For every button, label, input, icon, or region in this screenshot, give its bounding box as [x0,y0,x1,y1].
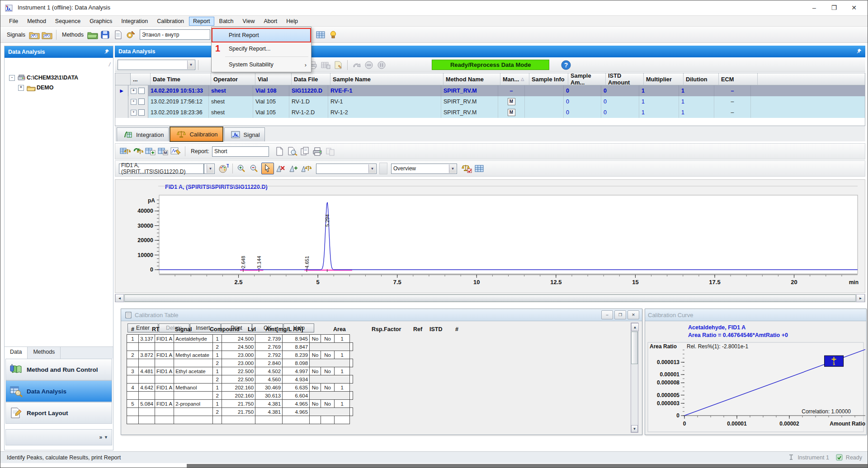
method-combo[interactable]: Этанол - внутр [140,29,210,40]
cal-cell[interactable]: 5 [127,400,139,408]
scroll-up-button[interactable]: ▲ [631,323,639,331]
column-header-vial[interactable]: Vial [255,73,292,85]
cal-cell[interactable]: 4.481 [139,367,155,375]
cal-cell[interactable]: Ethyl acetate [174,367,213,375]
cal-cell[interactable] [155,392,174,400]
cal-cell[interactable]: 4.381 [255,408,283,416]
column-header-sample-info[interactable]: Sample Info [529,73,568,85]
cal-cell[interactable]: 1 [213,384,222,392]
cal-cell[interactable]: 22.500 [222,375,255,384]
cal-cell[interactable] [127,343,139,351]
cal-cell[interactable]: 2.840 [255,359,283,367]
save-method-icon[interactable] [99,29,111,40]
cal-cell[interactable]: Methanol [174,384,213,392]
recalibrate-icon[interactable] [132,146,144,157]
cal-cell[interactable] [127,416,139,424]
cal-cell[interactable]: 2 [213,408,222,416]
cal-cell[interactable]: 2 [213,359,222,367]
cal-cell[interactable]: 8.239 [283,351,310,359]
stop-icon[interactable] [363,60,375,70]
cal-cell[interactable]: No [321,351,335,359]
zoom-out-icon[interactable] [249,163,260,174]
cal-cell[interactable] [350,359,353,367]
cal-cell[interactable] [310,375,350,384]
cal-cell[interactable]: 4.965 [283,408,310,416]
cal-cell[interactable] [155,359,174,367]
cal-cell[interactable]: Methyl acetate [174,351,213,359]
pause-icon[interactable] [376,60,388,70]
cal-cell[interactable] [310,408,350,416]
cal-cell[interactable] [139,392,155,400]
cal-cell[interactable]: 2-propanol [174,400,213,408]
cal-cell[interactable] [127,359,139,367]
cal-cell[interactable]: 3 [127,367,139,375]
cal-cell[interactable]: 8.847 [283,343,310,351]
cal-cell[interactable]: 4.502 [255,367,283,375]
manual-cal-icon[interactable]: M [157,146,169,157]
edit-method-icon[interactable] [125,29,137,40]
cal-cell[interactable]: 2 [127,351,139,359]
cal-cell[interactable]: 1 [335,335,350,343]
column-header-multiplier[interactable]: Multiplier [644,73,684,85]
sequence-row[interactable]: +13.02.2019 18:23:36shestVial 105RV-1-2.… [115,107,865,118]
column-header-istd-amount[interactable]: ISTD Amount [606,73,644,85]
cal-cell[interactable]: 2.792 [255,351,283,359]
menu-method[interactable]: Method [23,17,50,26]
cal-cell[interactable]: 1 [213,335,222,343]
new-cal-table-icon[interactable] [145,146,156,157]
cal-cell[interactable]: FID1 A [155,351,174,359]
cal-cell[interactable]: 6.604 [283,392,310,400]
cal-cell[interactable]: No [321,367,335,375]
menu-sequence[interactable]: Sequence [51,17,85,26]
cal-cell[interactable]: 23.000 [222,351,255,359]
cal-cell[interactable]: No [321,384,335,392]
column-header-operator[interactable]: Operator [211,73,255,85]
new-report-icon[interactable] [274,146,286,157]
signal-combo-arrow[interactable]: ▼ [204,164,215,174]
cal-cell[interactable] [174,343,213,351]
menu-item-system-suitability[interactable]: System Suitability› [212,58,311,71]
cal-cell[interactable] [350,392,353,400]
cal-cell[interactable] [174,416,213,424]
panel-tab-data[interactable]: Data [5,347,28,359]
maximize-button[interactable]: ❐ [824,2,844,14]
expand-icon[interactable]: + [18,85,24,91]
compound-combo[interactable]: ▼ [316,164,377,174]
sequence-row[interactable]: +13.02.2019 17:56:12shestVial 105RV-1.DR… [115,96,865,107]
cal-cell[interactable]: 8.945 [283,335,310,343]
scrollbar-thumb[interactable] [631,332,638,364]
add-peak-icon[interactable] [288,163,299,174]
cal-cell[interactable] [155,416,174,424]
restore-button[interactable]: ❐ [614,310,626,319]
cal-cell[interactable]: 1 [213,367,222,375]
sequence-grid4-icon[interactable] [320,60,331,70]
cal-cell[interactable]: 3.872 [139,351,155,359]
cal-table-icon[interactable] [119,146,131,157]
cal-cell[interactable] [174,392,213,400]
load-more-signals-icon[interactable] [41,29,53,40]
cal-settings-icon[interactable] [461,163,472,174]
copy-report-icon[interactable] [299,146,311,157]
menu-batch[interactable]: Batch [215,17,238,26]
menu-file[interactable]: File [5,17,22,26]
cal-cell[interactable]: No [310,335,321,343]
calibration-curve-titlebar[interactable]: Calibration Curve [645,309,866,321]
sequence-row[interactable]: ▶+14.02.2019 10:51:33shestVial 108SIG112… [115,85,865,96]
preview-report-icon[interactable] [287,146,298,157]
cal-cell[interactable]: No [321,400,335,408]
sequence-table-icon[interactable] [315,29,326,40]
report-style-combo[interactable]: Short [212,146,269,157]
cal-cell[interactable] [350,375,353,384]
cal-cell[interactable]: No [321,335,335,343]
menu-item-specify-report-[interactable]: Specify Report... [212,42,311,55]
cal-cell[interactable]: No [310,351,321,359]
cal-cell[interactable]: FID1 A [155,335,174,343]
tab-calibration[interactable]: Calibration [170,127,222,141]
sequence-combo[interactable]: ▼ [118,60,195,70]
column-header-date-time[interactable]: Date Time [151,73,211,85]
cal-cell[interactable]: 30.469 [255,384,283,392]
print-report-icon[interactable] [312,146,324,157]
cal-cell[interactable] [350,408,353,416]
cal-cell[interactable]: 21.750 [222,400,255,408]
copy-method-icon[interactable] [112,29,124,40]
